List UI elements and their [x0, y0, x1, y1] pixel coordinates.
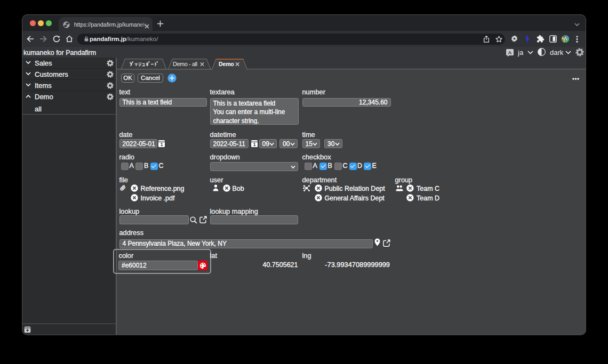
svg-text:1: 1 [160, 142, 163, 147]
svg-text:1: 1 [253, 142, 255, 147]
svg-text:Demo: Demo [219, 61, 234, 67]
svg-text:Demo - all: Demo - all [173, 61, 197, 67]
svg-text:A: A [508, 49, 512, 55]
